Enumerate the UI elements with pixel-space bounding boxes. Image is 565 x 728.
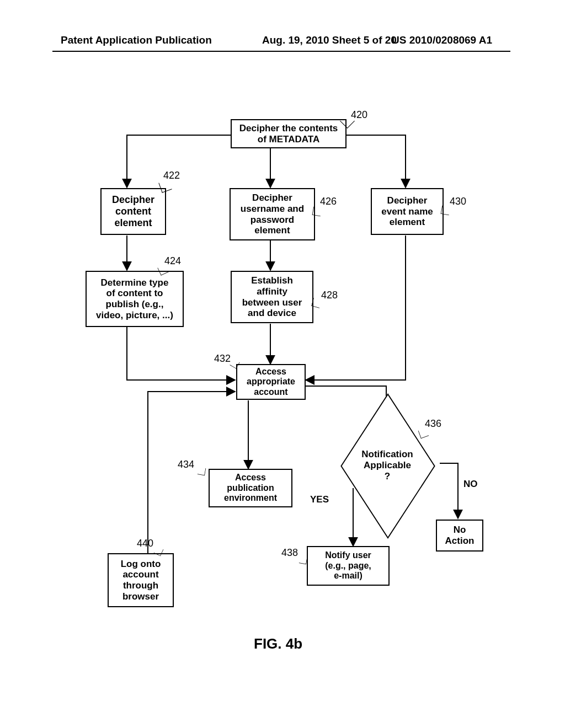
figure-label: FIG. 4b [254, 635, 302, 652]
node-text: Log onto account through browser [121, 559, 161, 602]
ref-438: 438 [281, 547, 298, 559]
decision-text: Notification Applicable ? [361, 449, 413, 482]
ref-436: 436 [425, 418, 441, 430]
ref-434-tick [198, 467, 206, 475]
node-notify-user: Notify user (e.g., page, e-mail) [307, 546, 390, 586]
node-text: Decipher username and password element [241, 192, 304, 235]
node-text: Decipher content element [112, 194, 154, 228]
node-decipher-metadata: Decipher the contents of METADATA [231, 119, 347, 148]
header-divider [52, 51, 510, 52]
ref-426: 426 [320, 196, 337, 207]
node-text: Access appropriate account [247, 367, 295, 397]
ref-434: 434 [178, 459, 194, 470]
ref-438-tick [299, 556, 307, 564]
node-access-pubenv: Access publication environment [209, 469, 292, 507]
node-log-browser: Log onto account through browser [108, 553, 174, 607]
header-date-sheet: Aug. 19, 2010 Sheet 5 of 20 [262, 34, 397, 46]
ref-430: 430 [450, 196, 466, 207]
node-text: Decipher the contents of METADATA [239, 123, 338, 144]
node-text: Access publication environment [224, 473, 277, 503]
node-text: Notify user (e.g., page, e-mail) [325, 550, 371, 581]
ref-440: 440 [137, 538, 153, 549]
node-text: Decipher event name element [381, 195, 433, 228]
node-text: No Action [445, 524, 475, 546]
ref-424: 424 [164, 255, 181, 267]
node-access-account: Access appropriate account [236, 364, 306, 400]
node-decipher-event: Decipher event name element [371, 188, 444, 235]
node-text: Establish affinity between user and devi… [242, 275, 302, 318]
label-yes: YES [310, 494, 329, 505]
node-decipher-username: Decipher username and password element [230, 188, 315, 240]
ref-432: 432 [214, 353, 231, 365]
header-pubnum: US 2010/0208069 A1 [392, 34, 492, 46]
ref-428: 428 [321, 290, 338, 301]
node-determine-type: Determine type of content to publish (e.… [86, 271, 184, 327]
ref-420: 420 [351, 109, 367, 121]
header-publication: Patent Application Publication [61, 34, 212, 46]
decision-notification: Notification Applicable ? [345, 424, 430, 508]
node-text: Determine type of content to publish (e.… [96, 277, 173, 320]
node-no-action: No Action [436, 520, 483, 552]
ref-426-tick [312, 207, 322, 217]
node-decipher-content: Decipher content element [100, 188, 166, 235]
node-establish-affinity: Establish affinity between user and devi… [231, 271, 313, 323]
label-no: NO [463, 479, 478, 490]
ref-430-tick [441, 206, 451, 216]
